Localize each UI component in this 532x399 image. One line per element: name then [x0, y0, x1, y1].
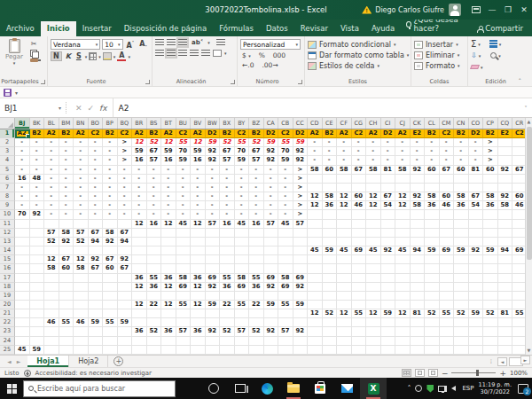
cell-CD6[interactable]: [308, 175, 323, 184]
cell-CH20[interactable]: [366, 301, 381, 309]
cell-CM11[interactable]: [440, 220, 455, 229]
cell-CP18[interactable]: [483, 283, 498, 292]
cell-BP6[interactable]: -: [103, 175, 118, 184]
cell-CH13[interactable]: [366, 238, 381, 246]
cell-CH7[interactable]: [366, 184, 381, 192]
cell-BX14[interactable]: [220, 246, 235, 255]
cell-BT20[interactable]: 12: [161, 301, 176, 309]
cell-CK18[interactable]: [411, 283, 426, 292]
cell-CE1[interactable]: B2: [323, 129, 338, 138]
cell-CO2[interactable]: -: [469, 138, 484, 147]
cell-BL6[interactable]: -: [44, 175, 59, 184]
cell-CG16[interactable]: [352, 264, 367, 273]
cell-CD21[interactable]: 12: [308, 309, 323, 318]
cell-CQ21[interactable]: 81: [498, 309, 513, 318]
ribbon-tab-ayuda[interactable]: Ayuda: [365, 21, 401, 36]
cell-BN3[interactable]: -: [74, 147, 89, 156]
cell-BX10[interactable]: -: [220, 210, 235, 219]
align-center-button[interactable]: [167, 50, 176, 57]
column-header-CC[interactable]: CC: [293, 118, 309, 129]
cell-BR11[interactable]: 12: [132, 220, 147, 229]
cell-BV25[interactable]: [191, 346, 206, 355]
cell-CP16[interactable]: [483, 264, 498, 273]
cell-BP11[interactable]: [103, 220, 118, 229]
cell-CP1[interactable]: B2: [483, 129, 498, 138]
cell-styles-button[interactable]: Estilos de celda▾: [308, 60, 408, 71]
cell-CJ21[interactable]: 12: [395, 309, 411, 318]
cell-CA4[interactable]: 92: [264, 156, 279, 165]
row-header-1[interactable]: 1: [0, 129, 15, 138]
cell-BT21[interactable]: [161, 309, 176, 318]
cell-CD17[interactable]: [308, 274, 323, 283]
cell-BV20[interactable]: 12: [191, 301, 206, 309]
column-header-BX[interactable]: BX: [220, 118, 235, 129]
cell-CC10[interactable]: >: [293, 210, 309, 219]
row-header-24[interactable]: 24: [0, 337, 15, 346]
cell-BK15[interactable]: [30, 255, 45, 264]
cell-BV18[interactable]: 12: [191, 283, 206, 292]
start-button[interactable]: [0, 378, 23, 399]
cell-CG13[interactable]: [352, 238, 367, 246]
cell-BW6[interactable]: -: [206, 175, 221, 184]
cell-CO22[interactable]: [469, 318, 484, 327]
cell-CA24[interactable]: [264, 337, 279, 346]
cell-BS14[interactable]: [147, 246, 162, 255]
cell-CO12[interactable]: [469, 229, 484, 238]
cell-BW3[interactable]: 92: [206, 147, 221, 156]
cell-CM6[interactable]: [440, 175, 455, 184]
cell-CC2[interactable]: 59: [293, 138, 309, 147]
cell-BU22[interactable]: [176, 318, 192, 327]
cell-BP25[interactable]: [103, 346, 118, 355]
cell-BW2[interactable]: 59: [206, 138, 221, 147]
cell-BU8[interactable]: -: [176, 192, 192, 201]
cell-CN16[interactable]: [454, 264, 469, 273]
cell-CL20[interactable]: [425, 301, 440, 309]
cell-BN16[interactable]: 58: [74, 264, 89, 273]
cell-CO19[interactable]: [469, 292, 484, 301]
cell-CJ6[interactable]: [395, 175, 411, 184]
cell-CF13[interactable]: [337, 238, 352, 246]
cell-CQ1[interactable]: E2: [498, 129, 513, 138]
cell-BW15[interactable]: [206, 255, 221, 264]
column-header-CD[interactable]: CD: [308, 118, 323, 129]
cell-BT4[interactable]: 16: [161, 156, 176, 165]
cell-CJ25[interactable]: [395, 346, 411, 355]
cell-CC11[interactable]: 57: [293, 220, 309, 229]
cell-BL10[interactable]: -: [44, 210, 59, 219]
cell-CA10[interactable]: -: [264, 210, 279, 219]
column-header-BN[interactable]: BN: [74, 118, 89, 129]
normal-view-button[interactable]: [402, 369, 411, 377]
cell-CA17[interactable]: 69: [264, 274, 279, 283]
cell-CQ7[interactable]: [498, 184, 513, 192]
cell-CN23[interactable]: [454, 327, 469, 336]
row-header-6[interactable]: 6: [0, 175, 15, 184]
cell-CI18[interactable]: [381, 283, 396, 292]
cell-BS24[interactable]: [147, 337, 162, 346]
cell-BJ3[interactable]: -: [15, 147, 30, 156]
cell-CM25[interactable]: [440, 346, 455, 355]
column-header-BK[interactable]: BK: [30, 118, 45, 129]
cell-CF11[interactable]: [337, 220, 352, 229]
column-header-CP[interactable]: CP: [483, 118, 498, 129]
cell-BJ5[interactable]: -: [15, 166, 30, 175]
cell-BX4[interactable]: 57: [220, 156, 235, 165]
cell-CE18[interactable]: [323, 283, 338, 292]
row-header-21[interactable]: 21: [0, 309, 15, 318]
cell-BR12[interactable]: [132, 229, 147, 238]
cell-BZ1[interactable]: B2: [249, 129, 264, 138]
cell-CA8[interactable]: -: [264, 192, 279, 201]
cell-CO17[interactable]: [469, 274, 484, 283]
cell-CM20[interactable]: [440, 301, 455, 309]
cell-CL22[interactable]: [425, 318, 440, 327]
cell-BV8[interactable]: -: [191, 192, 206, 201]
page-break-view-button[interactable]: [428, 369, 438, 377]
cell-CG5[interactable]: 67: [352, 166, 367, 175]
cell-BM14[interactable]: [59, 246, 74, 255]
cell-CF14[interactable]: 45: [337, 246, 352, 255]
cell-BZ12[interactable]: [249, 229, 264, 238]
cell-BS25[interactable]: [147, 346, 162, 355]
cell-BO14[interactable]: [89, 246, 104, 255]
cell-BS5[interactable]: -: [147, 166, 162, 175]
cell-BL23[interactable]: [44, 327, 59, 336]
cell-BX21[interactable]: [220, 309, 235, 318]
